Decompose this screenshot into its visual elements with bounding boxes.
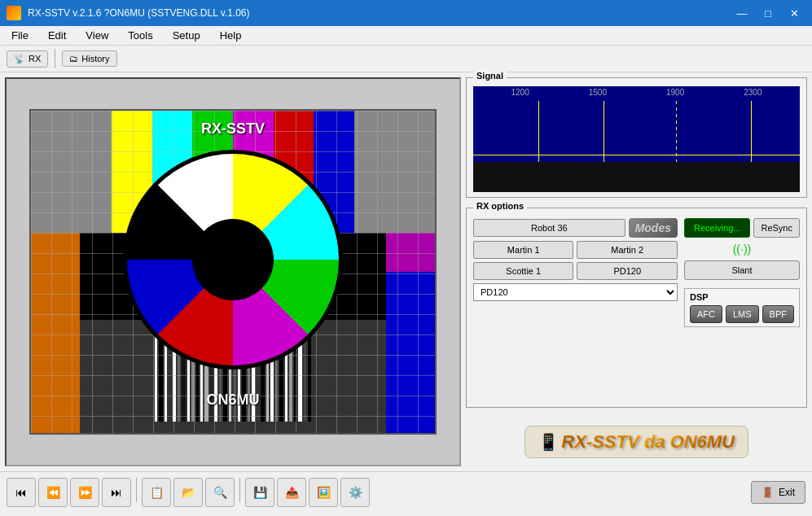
receiving-row: Receiving... ReSync bbox=[684, 218, 800, 238]
bpf-button[interactable]: BPF bbox=[762, 305, 794, 323]
right-panel: Signal 1200 1500 1900 2300 bbox=[466, 77, 807, 466]
logo-container: 📱 RX-SSTV da ON6MU bbox=[525, 426, 748, 458]
signal-section-title: Signal bbox=[473, 71, 507, 81]
action-settings-button[interactable]: ⚙️ bbox=[340, 478, 370, 507]
menu-help[interactable]: Help bbox=[215, 28, 247, 43]
action-open-button[interactable]: 📂 bbox=[173, 478, 203, 507]
mode-buttons-area: Robot 36 Modes Martin 1 Martin 2 Scottie… bbox=[473, 218, 678, 327]
dsp-section: DSP AFC LMS BPF bbox=[684, 288, 800, 327]
freq-1900: 1900 bbox=[666, 88, 684, 99]
sstv-image: RX-SSTV ON6MU bbox=[29, 109, 437, 435]
menu-tools[interactable]: Tools bbox=[123, 28, 157, 43]
dsp-buttons: AFC LMS BPF bbox=[690, 305, 794, 323]
receiving-button[interactable]: Receiving... bbox=[684, 218, 751, 238]
nav-first-button[interactable]: ⏮ bbox=[7, 478, 36, 507]
history-button[interactable]: 🗂 History bbox=[62, 50, 116, 67]
hline-bottom bbox=[473, 155, 800, 155]
rx-options-title: RX options bbox=[473, 201, 527, 211]
scottie1-button[interactable]: Scottie 1 bbox=[473, 262, 573, 280]
action-search-button[interactable]: 🔍 bbox=[205, 478, 235, 507]
logo-text: RX-SSTV da ON6MU bbox=[561, 431, 735, 452]
menu-setup[interactable]: Setup bbox=[168, 28, 205, 43]
resync-button[interactable]: ReSync bbox=[753, 218, 800, 238]
freq-2300: 2300 bbox=[744, 88, 762, 99]
close-button[interactable]: ✕ bbox=[783, 5, 805, 21]
action-export-button[interactable]: 📤 bbox=[277, 478, 306, 507]
freq-scale: 1200 1500 1900 2300 bbox=[473, 86, 800, 101]
bottom-separator-1 bbox=[136, 478, 137, 502]
rx-options-content: Robot 36 Modes Martin 1 Martin 2 Scottie… bbox=[473, 218, 800, 327]
martin-row: Martin 1 Martin 2 bbox=[473, 241, 678, 259]
nav-last-button[interactable]: ⏭ bbox=[102, 478, 131, 507]
action-save-button[interactable]: 💾 bbox=[245, 478, 274, 507]
rx-button[interactable]: 📡 RX bbox=[7, 50, 48, 68]
mode-dropdown[interactable]: PD120 PD90 PD50 Martin 1 Martin 2 Scotti… bbox=[473, 283, 678, 301]
maximize-button[interactable]: □ bbox=[757, 5, 779, 21]
exit-button[interactable]: 🚪 Exit bbox=[751, 481, 805, 504]
rx-controls-area: Receiving... ReSync ((·)) Slant DSP AFC … bbox=[684, 218, 800, 327]
menu-edit[interactable]: Edit bbox=[43, 28, 71, 43]
wifi-icon: ((·)) bbox=[684, 243, 800, 256]
slant-button[interactable]: Slant bbox=[684, 260, 800, 280]
vline-3 bbox=[751, 101, 752, 162]
nav-prev-button[interactable]: ⏪ bbox=[38, 478, 68, 507]
pd120-button[interactable]: PD120 bbox=[577, 262, 677, 280]
lms-button[interactable]: LMS bbox=[726, 305, 759, 323]
circle-inner bbox=[127, 154, 339, 365]
toolbar-separator bbox=[55, 49, 55, 68]
main-content: RX-SSTV ON6MU Signal 1200 1500 1900 2300 bbox=[0, 72, 812, 471]
bottom-right-controls: 🚪 Exit bbox=[751, 481, 805, 504]
app-icon bbox=[7, 6, 21, 20]
rx-options-section: RX options Robot 36 Modes Martin 1 Marti… bbox=[466, 208, 807, 408]
minimize-button[interactable]: — bbox=[731, 5, 753, 21]
signal-display: 1200 1500 1900 2300 bbox=[473, 86, 800, 192]
titlebar: RX-SSTV v.2.1.6 ?ON6MU (SSTVENG.DLL v.1.… bbox=[0, 0, 812, 26]
bottom-separator-2 bbox=[239, 478, 240, 502]
menu-view[interactable]: View bbox=[81, 28, 113, 43]
sstv-rx-text: RX-SSTV bbox=[201, 120, 265, 138]
left-panel: RX-SSTV ON6MU bbox=[5, 77, 461, 466]
signal-lines-area bbox=[473, 101, 800, 162]
bottom-nav-controls: ⏮ ⏪ ⏩ ⏭ 📋 📂 🔍 💾 📤 🖼️ ⚙️ bbox=[7, 478, 370, 507]
logo-device-icon: 📱 bbox=[538, 433, 559, 451]
action-copy-button[interactable]: 📋 bbox=[142, 478, 171, 507]
robot36-button[interactable]: Robot 36 bbox=[473, 219, 625, 237]
martin2-button[interactable]: Martin 2 bbox=[577, 241, 677, 259]
signal-section: Signal 1200 1500 1900 2300 bbox=[466, 77, 807, 198]
circle-outer bbox=[123, 150, 343, 370]
exit-label: Exit bbox=[779, 487, 795, 498]
freq-1200: 1200 bbox=[511, 88, 529, 99]
exit-icon: 🚪 bbox=[762, 487, 774, 498]
signal-waterfall bbox=[473, 162, 800, 192]
history-label: History bbox=[81, 54, 109, 63]
history-icon: 🗂 bbox=[69, 54, 78, 63]
rx-label: RX bbox=[29, 54, 41, 63]
modes-badge[interactable]: Modes bbox=[629, 218, 678, 238]
circle-center bbox=[192, 219, 274, 300]
martin1-button[interactable]: Martin 1 bbox=[473, 241, 573, 259]
image-container: RX-SSTV ON6MU bbox=[5, 77, 461, 466]
logo-area: 📱 RX-SSTV da ON6MU bbox=[466, 418, 807, 466]
bottom-bar: ⏮ ⏪ ⏩ ⏭ 📋 📂 🔍 💾 📤 🖼️ ⚙️ 🚪 Exit bbox=[0, 471, 812, 512]
nav-next-button[interactable]: ⏩ bbox=[70, 478, 99, 507]
menu-file[interactable]: File bbox=[7, 28, 33, 43]
vline-1 bbox=[538, 101, 539, 162]
scottie-row: Scottie 1 PD120 bbox=[473, 262, 678, 280]
menubar: File Edit View Tools Setup Help bbox=[0, 26, 812, 46]
titlebar-controls: — □ ✕ bbox=[731, 5, 805, 21]
sstv-callsign: ON6MU bbox=[206, 391, 259, 409]
vline-dashed bbox=[676, 101, 677, 162]
antenna-icon: 📡 bbox=[14, 54, 25, 64]
dsp-title: DSP bbox=[690, 292, 794, 302]
dropdown-row: PD120 PD90 PD50 Martin 1 Martin 2 Scotti… bbox=[473, 283, 678, 301]
window-title: RX-SSTV v.2.1.6 ?ON6MU (SSTVENG.DLL v.1.… bbox=[28, 7, 250, 19]
afc-button[interactable]: AFC bbox=[690, 305, 722, 323]
toolbar: 📡 RX 🗂 History bbox=[0, 46, 812, 72]
action-view-button[interactable]: 🖼️ bbox=[309, 478, 338, 507]
vline-2 bbox=[604, 101, 604, 162]
freq-1500: 1500 bbox=[589, 88, 607, 99]
